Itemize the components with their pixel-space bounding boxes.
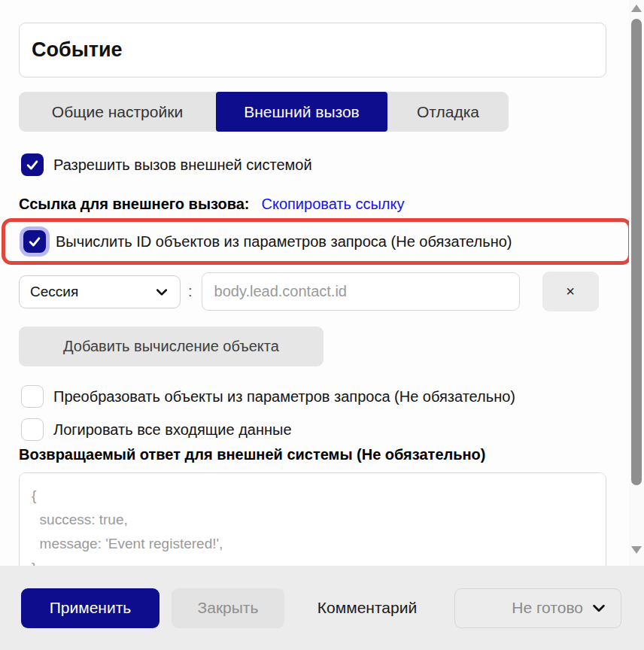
event-settings-panel: Событие Общие настройки Внешний вызов От… <box>0 0 644 566</box>
apply-button[interactable]: Применить <box>21 588 159 628</box>
checkmark-icon <box>25 157 40 172</box>
add-object-computation-button[interactable]: Добавить вычисление объекта <box>19 327 324 366</box>
response-section-label: Возвращаемый ответ для внешней системы (… <box>19 446 606 467</box>
mapping-separator: : <box>188 283 193 300</box>
external-call-link-row: Ссылка для внешнего вызова: Скопировать … <box>19 196 606 217</box>
scrollbar[interactable] <box>629 0 644 566</box>
tab-external-call[interactable]: Внешний вызов <box>216 92 387 132</box>
object-path-input[interactable] <box>202 272 520 311</box>
object-mapping-row: Сессия : × <box>19 272 606 311</box>
chevron-down-icon <box>591 600 607 616</box>
external-call-link-label: Ссылка для внешнего вызова: <box>19 196 249 213</box>
event-title-input[interactable]: Событие <box>19 23 606 77</box>
settings-tab-bar: Общие настройки Внешний вызов Отладка <box>19 92 509 132</box>
response-textarea[interactable] <box>19 472 606 566</box>
compute-id-row: Вычислить ID объектов из параметров запр… <box>23 230 512 253</box>
remove-mapping-button[interactable]: × <box>542 272 599 311</box>
status-dropdown-value: Не готово <box>512 599 583 617</box>
transform-objects-checkbox[interactable] <box>21 385 44 408</box>
transform-objects-row: Преобразовать объекты из параметров запр… <box>21 384 606 409</box>
tab-debug[interactable]: Отладка <box>387 92 509 132</box>
event-title-value: Событие <box>32 38 123 62</box>
log-incoming-checkbox[interactable] <box>21 418 44 441</box>
compute-id-label: Вычислить ID объектов из параметров запр… <box>56 233 512 251</box>
comment-button[interactable]: Комментарий <box>307 588 427 628</box>
allow-external-call-label: Разрешить вызов внешней системой <box>53 156 312 174</box>
allow-external-call-checkbox[interactable] <box>21 153 44 176</box>
scrollbar-up-arrow-icon[interactable] <box>631 5 642 12</box>
log-incoming-label: Логировать все входящие данные <box>53 421 292 439</box>
chevron-down-icon <box>154 284 169 299</box>
compute-id-checkbox[interactable] <box>23 230 46 253</box>
scrollbar-thumb[interactable] <box>631 19 642 485</box>
transform-objects-label: Преобразовать объекты из параметров запр… <box>53 388 515 405</box>
object-type-select-value: Сессия <box>30 284 154 300</box>
copy-link-button[interactable]: Скопировать ссылку <box>261 196 404 213</box>
compute-id-highlight-box: Вычислить ID объектов из параметров запр… <box>2 218 632 265</box>
scrollbar-down-arrow-icon[interactable] <box>631 546 642 554</box>
close-button[interactable]: Закрыть <box>172 588 284 628</box>
allow-external-call-row: Разрешить вызов внешней системой <box>21 152 606 178</box>
dialog-footer: Применить Закрыть Комментарий Не готово <box>0 566 644 650</box>
tab-general-settings[interactable]: Общие настройки <box>19 92 216 132</box>
log-incoming-row: Логировать все входящие данные <box>21 418 606 442</box>
object-type-select[interactable]: Сессия <box>19 275 181 308</box>
checkmark-icon <box>27 234 42 249</box>
status-dropdown[interactable]: Не готово <box>454 588 621 628</box>
